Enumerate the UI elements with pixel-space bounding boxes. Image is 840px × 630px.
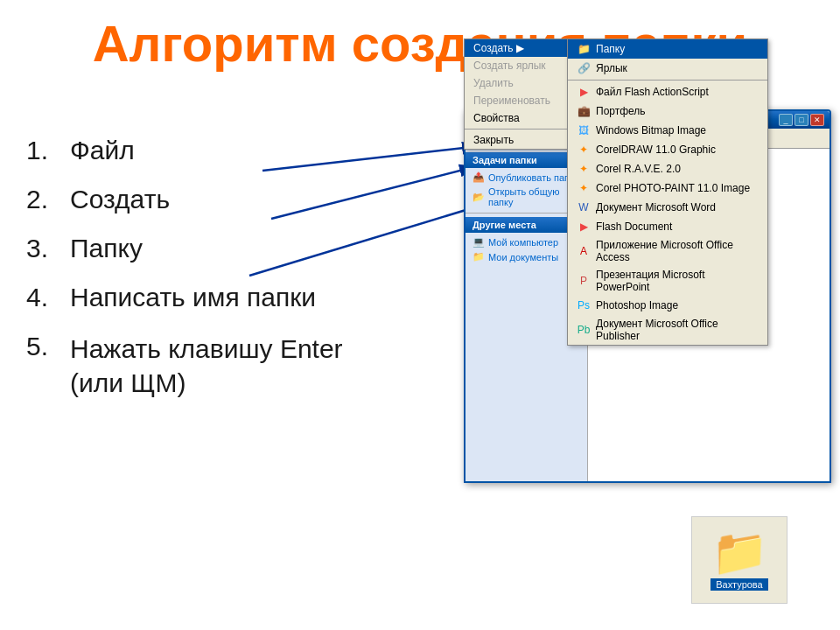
word-icon: W (577, 200, 591, 214)
sm-bitmap-label: Windows Bitmap Image (596, 124, 706, 136)
close-button[interactable]: ✕ (810, 114, 824, 126)
step-number: 2. (26, 185, 70, 214)
step-number: 4. (26, 283, 70, 312)
sm-flash-as[interactable]: ▶ Файл Flash ActionScript (568, 82, 767, 102)
cm-close[interactable]: Закрыть (465, 131, 568, 149)
corel-rave-icon: ✦ (577, 162, 591, 176)
sm-access[interactable]: A Приложение Microsoft Office Access (568, 236, 767, 266)
cm-create[interactable]: Создать ▶ (465, 39, 568, 57)
bitmap-icon: 🖼 (577, 123, 591, 137)
publisher-icon: Pb (577, 323, 591, 337)
sm-coreldraw[interactable]: ✦ CorelDRAW 11.0 Graphic (568, 140, 767, 159)
create-submenu: 📁 Папку 🔗 Ярлык ▶ Файл Flash ActionScrip… (567, 38, 768, 346)
sm-coreldraw-label: CorelDRAW 11.0 Graphic (596, 144, 716, 156)
step-text: Написать имя папки (70, 283, 316, 312)
ppt-icon: P (577, 274, 591, 288)
cm-properties[interactable]: Свойства (465, 109, 568, 127)
cm-rename: Переименовать (465, 92, 568, 109)
sm-publisher[interactable]: Pb Документ Microsoft Office Publisher (568, 315, 767, 345)
briefcase-icon: 💼 (577, 104, 591, 118)
sm-ppt-label: Презентация Microsoft PowerPoint (596, 269, 759, 293)
shortcut-icon: 🔗 (577, 61, 591, 75)
sm-flash-doc[interactable]: ▶ Flash Document (568, 217, 767, 236)
step-text: Создать (70, 185, 170, 214)
sm-word-label: Документ Microsoft Word (596, 201, 716, 214)
list-item: 1. Файл (26, 136, 343, 165)
window-controls: _ □ ✕ (779, 114, 824, 126)
sm-ps-label: Photoshop Image (596, 299, 678, 312)
sm-portfel[interactable]: 💼 Портфель (568, 102, 767, 121)
step-number: 3. (26, 234, 70, 263)
sm-shortcut-label: Ярлык (596, 62, 627, 74)
sm-corel-photo-label: Corel PHOTO-PAINT 11.0 Image (596, 182, 750, 194)
sm-shortcut[interactable]: 🔗 Ярлык (568, 59, 767, 78)
sm-pub-label: Документ Microsoft Office Publisher (596, 318, 759, 342)
steps-list: 1. Файл 2. Создать 3. Папку 4. Написать … (26, 136, 343, 419)
corel-draw-icon: ✦ (577, 143, 591, 157)
corel-photo-icon: ✦ (577, 181, 591, 195)
folder-icon: 📁 (577, 42, 591, 56)
list-item: 3. Папку (26, 234, 343, 263)
folder-box: 📁 Вахтурова (691, 516, 788, 604)
list-item: 2. Создать (26, 185, 343, 214)
sm-divider1 (568, 80, 767, 80)
sm-photoshop[interactable]: Ps Photoshop Image (568, 296, 767, 315)
list-item: 4. Написать имя папки (26, 283, 343, 312)
photoshop-icon: Ps (577, 298, 591, 312)
docs-icon: 📁 (472, 251, 485, 262)
sm-corel-rave-label: Corel R.A.V.E. 2.0 (596, 163, 681, 175)
minimize-button[interactable]: _ (779, 114, 793, 126)
context-menu: Создать ▶ Создать ярлык Удалить Переимен… (464, 38, 569, 150)
access-icon: A (577, 244, 591, 258)
sm-flash-as-label: Файл Flash ActionScript (596, 86, 709, 98)
folder-name-label: Вахтурова (710, 578, 767, 591)
publish-icon: 📤 (472, 172, 485, 183)
step-number: 5. (26, 332, 70, 361)
cm-create-shortcut: Создать ярлык (465, 57, 568, 74)
sm-word[interactable]: W Документ Microsoft Word (568, 198, 767, 217)
step-text: Файл (70, 136, 135, 165)
my-documents-label: Мои документы (488, 252, 558, 262)
shared-icon: 📂 (472, 192, 485, 203)
list-item: 5. Нажать клавишу Enter(или ЩМ) (26, 332, 343, 400)
sm-access-label: Приложение Microsoft Office Access (596, 239, 759, 263)
step-number: 1. (26, 136, 70, 165)
step-text: Нажать клавишу Enter(или ЩМ) (70, 332, 343, 400)
cm-delete: Удалить (465, 74, 568, 92)
sm-folder[interactable]: 📁 Папку (568, 39, 767, 59)
sm-corel-rave[interactable]: ✦ Corel R.A.V.E. 2.0 (568, 159, 767, 178)
sm-bitmap[interactable]: 🖼 Windows Bitmap Image (568, 121, 767, 140)
flash-as-icon: ▶ (577, 85, 591, 99)
folder-large-icon: 📁 (711, 529, 768, 575)
sm-corel-photo[interactable]: ✦ Corel PHOTO-PAINT 11.0 Image (568, 178, 767, 198)
computer-icon: 💻 (472, 236, 485, 248)
step-text: Папку (70, 234, 143, 263)
maximize-button[interactable]: □ (794, 114, 808, 126)
cm-divider (465, 129, 568, 130)
sm-folder-label: Папку (596, 43, 625, 55)
my-computer-label: Мой компьютер (488, 237, 558, 248)
sm-portfel-label: Портфель (596, 105, 646, 117)
sm-flash-doc-label: Flash Document (596, 220, 672, 233)
flash-doc-icon: ▶ (577, 220, 591, 234)
publish-label: Опубликовать папку (488, 172, 578, 183)
sm-powerpoint[interactable]: P Презентация Microsoft PowerPoint (568, 266, 767, 296)
